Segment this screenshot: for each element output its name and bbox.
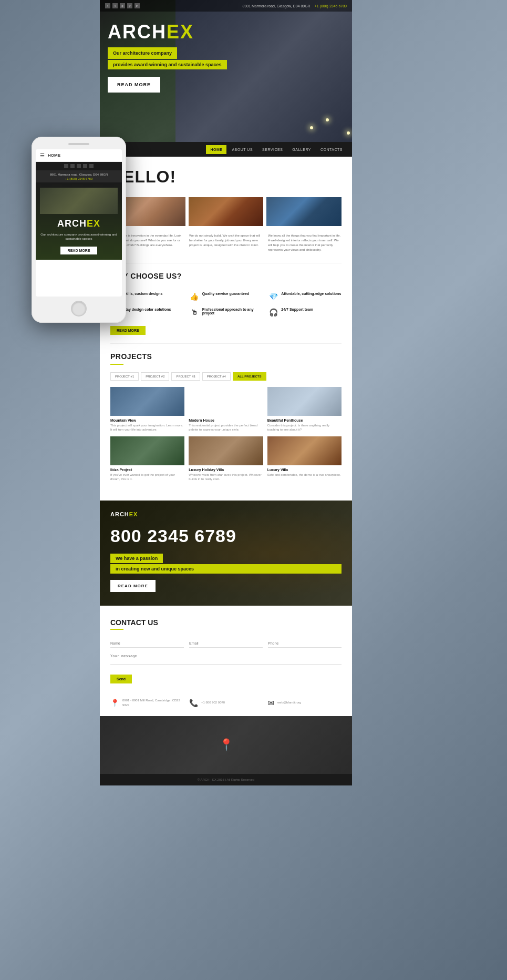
main-wrapper: f t g y in 8901 Marmora road, Glasgow, D… (100, 0, 352, 785)
social-icon-tw: t (112, 3, 118, 8)
why-label-5: Professional approach to any project (202, 308, 263, 315)
why-item-2: 👍 Quality service guaranteed (190, 292, 263, 301)
hero-tagline-2: provides award-winning and sustainable s… (108, 60, 227, 69)
contact-underline (110, 629, 123, 630)
projects-title: PROJECTS (110, 352, 342, 361)
social-icon-yt: y (127, 3, 132, 8)
phone-hero: ARCHEX Our architecture company provides… (36, 182, 122, 260)
hello-image-3 (266, 197, 342, 226)
social-icon-fb: f (105, 3, 110, 8)
hero-tagline-wrapper: Our architecture company provides award-… (108, 43, 227, 69)
proj-tab-3[interactable]: PROJECT #3 (171, 372, 200, 381)
phone-logo-highlight: EX (87, 218, 100, 229)
cta-section: ARCHEX 800 2345 6789 We have a passion i… (100, 501, 352, 606)
proj-image-1 (110, 387, 184, 416)
proj-desc-1: This project will spark your imagination… (110, 423, 184, 432)
proj-image-3 (267, 387, 342, 416)
cta-logo: ARCHEX (110, 511, 342, 517)
cta-logo-highlight: EX (129, 511, 138, 517)
phone-home-button[interactable] (71, 301, 87, 317)
projects-underline (110, 364, 123, 365)
why-icon-5: 🖱 (190, 308, 199, 317)
nav-item-about[interactable]: ABOUT US (227, 145, 257, 154)
footer: © ARCH - EX 2016 | All Rights Reserved (100, 774, 352, 785)
phone-social-icon-1 (64, 164, 68, 168)
hero-phone: +1 (800) 2345 6789 (315, 4, 347, 8)
contact-email-input[interactable] (189, 639, 263, 648)
social-icon-gp: g (120, 3, 125, 8)
contact-message-input[interactable] (110, 652, 342, 665)
contact-send-btn[interactable]: Send (110, 675, 132, 683)
phone-top-bar (36, 162, 122, 170)
cta-read-more-btn[interactable]: READ MORE (110, 580, 156, 592)
hero-content: ARCHEX Our architecture company provides… (108, 21, 227, 93)
cta-tagline-2: in creating new and unique spaces (110, 564, 342, 574)
proj-card-6: Luxury Villa Safe and comfortable, the d… (267, 436, 342, 482)
why-label-1: Skills, custom designs (123, 292, 162, 295)
nav-item-services[interactable]: SERVICES (258, 145, 287, 154)
hero-tagline-1: Our architecture company (108, 47, 177, 59)
why-label-2: Quality service guaranteed (202, 292, 249, 295)
hero-top-bar: f t g y in 8901 Marmora road, Glasgow, D… (100, 0, 352, 12)
hero-section: f t g y in 8901 Marmora road, Glasgow, D… (100, 0, 352, 142)
contact-email-text: web@blandit.org (277, 700, 301, 705)
proj-desc-3: Consider this project. Is there anything… (267, 423, 342, 432)
proj-image-4 (110, 436, 184, 465)
proj-tab-1[interactable]: PROJECT #1 (110, 372, 139, 381)
phone-read-more-btn[interactable]: READ MORE (60, 247, 98, 254)
nav-item-contacts[interactable]: CONTACTS (316, 145, 347, 154)
proj-desc-2: This residential project provides the pe… (189, 423, 263, 432)
hero-read-more-btn[interactable]: READ MORE (108, 77, 160, 93)
why-item-3: 💎 Affordable, cutting-edge solutions (268, 292, 342, 301)
phone-speaker (68, 143, 89, 145)
proj-card-4: Ibiza Project If you've ever wanted to g… (110, 436, 184, 482)
nav-item-gallery[interactable]: GALLERY (288, 145, 315, 154)
phone-icon: 📞 (189, 699, 198, 707)
email-icon: ✉ (268, 699, 274, 707)
proj-card-2: Modern House This residential project pr… (189, 387, 263, 432)
phone-social-icon-4 (83, 164, 87, 168)
proj-desc-5: Whoever visits from afar loves this proj… (189, 473, 263, 482)
hello-section: HELLO! Architecture is innovation in the… (110, 167, 342, 263)
proj-title-3: Beautiful Penthouse (267, 418, 342, 422)
proj-tab-2[interactable]: PROJECT #2 (141, 372, 169, 381)
phone-screen: ☰ HOME 8901 Marmora road, Glasgow, D04 8… (36, 149, 122, 297)
phone-contact-bar: 8901 Marmora road, Glasgow, D04 89GR +1 … (36, 170, 122, 182)
phone-home-label: HOME (48, 153, 60, 158)
hero-social-icons: f t g y in (105, 3, 140, 8)
proj-title-2: Modern House (189, 418, 263, 422)
phone-building-image (40, 188, 118, 214)
phone-social-icon-2 (70, 164, 75, 168)
phone-logo: ARCHEX (40, 218, 118, 229)
contact-phone-item: 📞 +1 800 902 0070 (189, 698, 263, 708)
light-dot-1 (310, 126, 313, 129)
nav-bar: HOME ABOUT US SERVICES GALLERY CONTACTS (100, 142, 352, 157)
hello-text-columns: Architecture is innovation in the everyd… (110, 233, 342, 252)
why-text-4: Stay design color solutions (123, 308, 171, 312)
proj-image-5 (189, 436, 263, 465)
proj-tab-all[interactable]: ALL PROJECTS (233, 372, 266, 381)
why-read-more-btn[interactable]: READ MORE (110, 326, 146, 335)
proj-card-3: Beautiful Penthouse Consider this projec… (267, 387, 342, 432)
light-dot-2 (326, 118, 329, 121)
proj-title-4: Ibiza Project (110, 468, 184, 472)
phone-address: 8901 Marmora road, Glasgow, D04 89GR (40, 172, 118, 177)
hero-contact-info: 8901 Marmora road, Glasgow, D04 89GR +1 … (243, 4, 347, 8)
contact-phone-input[interactable] (268, 639, 342, 648)
cta-taglines: We have a passion in creating new and un… (110, 553, 342, 574)
contact-form-row-1 (110, 639, 342, 648)
why-label-3: Affordable, cutting-edge solutions (281, 292, 341, 295)
cta-content: ARCHEX 800 2345 6789 We have a passion i… (110, 511, 342, 592)
contact-name-input[interactable] (110, 639, 184, 648)
why-text-3: Affordable, cutting-edge solutions (281, 292, 341, 297)
proj-tab-4[interactable]: PROJECT #4 (202, 372, 231, 381)
address-icon: 📍 (110, 699, 119, 707)
mobile-phone-mockup: ☰ HOME 8901 Marmora road, Glasgow, D04 8… (32, 137, 126, 323)
contact-title: CONTACT US (110, 618, 342, 627)
why-title: WHY CHOOSE US? (110, 272, 342, 280)
contact-address-item: 📍 8901 - 8901 Mill Road, Cambridge, CB22… (110, 698, 184, 708)
phone-phone: +1 (800) 2345 6789 (40, 177, 118, 180)
cta-phone: 800 2345 6789 (110, 526, 342, 546)
phone-tagline: Our architecture company provides award-… (40, 232, 118, 241)
nav-item-home[interactable]: HOME (206, 145, 226, 154)
